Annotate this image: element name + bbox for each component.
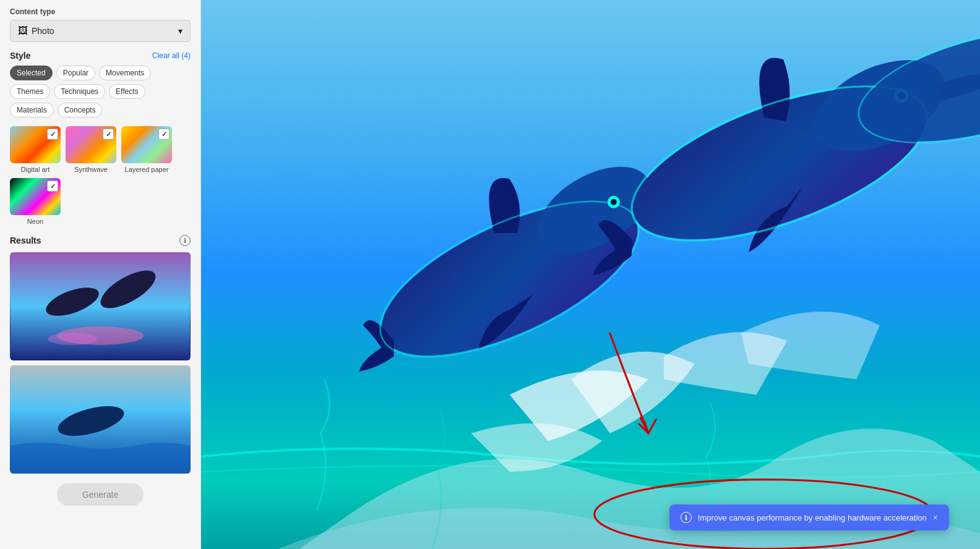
style-thumbnail-neon: ✓ bbox=[10, 178, 61, 215]
style-section: Style Clear all (4) Selected Popular Mov… bbox=[10, 51, 191, 235]
style-check-layered-paper: ✓ bbox=[158, 129, 170, 140]
style-items-grid: ✓ Digital art ✓ Synthwave ✓ Layered pape… bbox=[10, 126, 191, 225]
main-artwork-svg bbox=[201, 0, 980, 549]
style-check-synthwave: ✓ bbox=[103, 129, 114, 140]
style-title: Style bbox=[10, 51, 30, 61]
style-thumbnail-layered-paper: ✓ bbox=[121, 126, 172, 163]
style-item-neon[interactable]: ✓ Neon bbox=[10, 178, 61, 225]
clear-all-button[interactable]: Clear all (4) bbox=[152, 51, 191, 60]
result-image-2[interactable] bbox=[10, 365, 191, 474]
style-thumbnail-synthwave: ✓ bbox=[66, 126, 116, 163]
chip-movements[interactable]: Movements bbox=[99, 66, 151, 80]
style-header: Style Clear all (4) bbox=[10, 51, 191, 61]
chevron-down-icon: ▾ bbox=[178, 26, 183, 36]
main-canvas: ℹ Improve canvas performance by enabling… bbox=[201, 0, 980, 549]
result-image-1[interactable] bbox=[10, 252, 191, 360]
chip-selected[interactable]: Selected bbox=[10, 66, 53, 80]
generate-button[interactable]: Generate bbox=[57, 483, 144, 506]
content-type-section: Content type 🖼 Photo ▾ bbox=[10, 7, 191, 51]
style-name-neon: Neon bbox=[27, 218, 43, 225]
toast-notification: ℹ Improve canvas performance by enabling… bbox=[669, 504, 949, 530]
results-grid bbox=[10, 252, 191, 474]
style-name-layered-paper: Layered paper bbox=[125, 166, 169, 173]
style-item-synthwave[interactable]: ✓ Synthwave bbox=[66, 126, 116, 173]
toast-close-button[interactable]: × bbox=[933, 513, 938, 522]
dolphin-scene bbox=[201, 0, 980, 549]
result-dolphin-svg-2 bbox=[10, 365, 191, 474]
style-item-layered-paper[interactable]: ✓ Layered paper bbox=[121, 126, 172, 173]
result-dolphin-svg-1 bbox=[10, 252, 191, 360]
content-type-label: Content type bbox=[10, 7, 191, 16]
results-header: Results ℹ bbox=[10, 235, 191, 246]
style-name-digital-art: Digital art bbox=[21, 166, 49, 173]
filter-chips-group: Selected Popular Movements Themes Techni… bbox=[10, 66, 191, 117]
photo-emoji-icon: 🖼 bbox=[18, 25, 28, 36]
content-type-dropdown[interactable]: 🖼 Photo ▾ bbox=[10, 20, 191, 42]
chip-techniques[interactable]: Techniques bbox=[54, 84, 105, 99]
left-panel: Content type 🖼 Photo ▾ Style Clear all (… bbox=[0, 0, 201, 549]
chip-concepts[interactable]: Concepts bbox=[58, 103, 103, 117]
style-check-neon: ✓ bbox=[47, 181, 58, 192]
results-info-icon[interactable]: ℹ bbox=[179, 235, 191, 246]
results-section: Results ℹ bbox=[10, 235, 191, 483]
results-title: Results bbox=[10, 236, 41, 245]
toast-message: Improve canvas performance by enabling h… bbox=[698, 513, 927, 522]
style-thumbnail-digital-art: ✓ bbox=[10, 126, 61, 163]
chip-popular[interactable]: Popular bbox=[56, 66, 95, 80]
toast-info-icon: ℹ bbox=[681, 512, 692, 523]
chip-materials[interactable]: Materials bbox=[10, 103, 54, 117]
chip-themes[interactable]: Themes bbox=[10, 84, 50, 99]
svg-point-4 bbox=[48, 333, 97, 345]
svg-point-12 bbox=[611, 199, 617, 205]
chip-effects[interactable]: Effects bbox=[109, 84, 145, 99]
content-type-value: Photo bbox=[32, 26, 54, 36]
style-item-digital-art[interactable]: ✓ Digital art bbox=[10, 126, 61, 173]
photo-option: 🖼 Photo bbox=[18, 25, 54, 36]
style-name-synthwave: Synthwave bbox=[74, 166, 108, 173]
style-check-digital-art: ✓ bbox=[47, 129, 58, 140]
